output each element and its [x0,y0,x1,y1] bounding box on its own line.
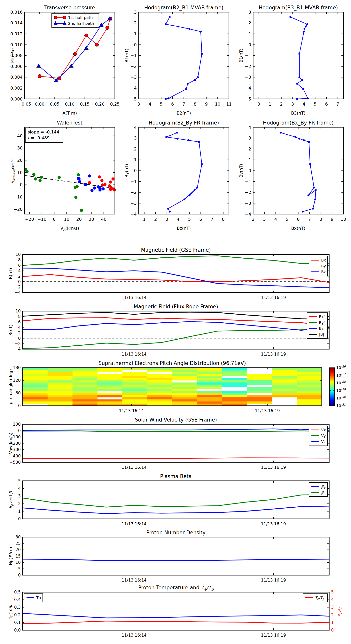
svg-text:By(nT): By(nT) [239,164,244,178]
svg-text:4: 4 [303,102,305,106]
svg-text:−10: −10 [14,194,23,200]
svg-text:0.006: 0.006 [10,64,23,69]
svg-text:B1(nT): B1(nT) [239,48,244,62]
svg-text:Bx': Bx' [319,314,325,319]
svg-text:2: 2 [331,612,334,617]
svg-text:30: 30 [17,146,23,150]
svg-text:3: 3 [134,136,137,140]
svg-text:10-28: 10-28 [336,380,346,385]
svg-text:Bz': Bz' [319,326,325,330]
svg-text:−20: −20 [14,207,23,212]
svg-text:5: 5 [314,102,317,106]
svg-text:7: 7 [211,217,213,222]
svg-text:B1(nT): B1(nT) [124,48,129,62]
svg-text:10-30: 10-30 [336,396,346,400]
svg-text:7: 7 [336,102,339,106]
svg-text:10: 10 [64,217,69,222]
svg-text:120: 120 [13,378,21,383]
svg-text:0: 0 [134,42,137,47]
svg-text:5: 5 [331,590,334,594]
svg-text:−1: −1 [245,179,251,184]
svg-text:Suprathermal Electrons Pitch A: Suprathermal Electrons Pitch Angle Distr… [98,360,246,366]
svg-text:−5: −5 [130,96,137,102]
svg-text:−2: −2 [130,64,137,69]
svg-text:4: 4 [274,217,277,222]
svg-text:5: 5 [18,478,21,483]
svg-text:20: 20 [76,217,82,222]
svg-text:20: 20 [15,548,21,552]
svg-text:−5: −5 [245,96,251,102]
svg-text:0: 0 [18,516,21,521]
svg-text:0.002: 0.002 [10,86,23,90]
svg-text:pitch angle (deg): pitch angle (deg) [8,369,13,404]
svg-text:3: 3 [137,102,140,106]
svg-text:B3(nT): B3(nT) [291,111,306,116]
svg-text:10: 10 [15,252,21,257]
svg-text:7: 7 [183,102,185,106]
svg-text:0.1: 0.1 [14,620,21,625]
svg-text:Vx: Vx [321,428,326,432]
svg-text:−2: −2 [15,341,21,346]
svg-text:3: 3 [18,494,21,498]
svg-text:25: 25 [15,541,21,546]
svg-text:0: 0 [20,182,23,187]
chart-hodogram-bx-by: 2345678910−4−3−2−101234Hodogram(Bx_By FR… [238,117,349,231]
svg-text:0: 0 [248,42,251,47]
svg-text:0: 0 [18,404,21,408]
svg-text:20: 20 [17,158,23,163]
svg-text:11/13 16:19: 11/13 16:19 [261,522,286,526]
svg-text:15: 15 [15,554,21,558]
svg-text:β: β [321,490,324,494]
svg-text:0.25: 0.25 [110,102,120,106]
svg-text:B2(nT): B2(nT) [177,111,191,116]
svg-text:3: 3 [331,605,334,610]
svg-text:30: 30 [88,217,94,222]
svg-text:1: 1 [18,509,21,514]
svg-text:4: 4 [149,102,151,106]
svg-text:Proton Temperature and Te/Tp: Proton Temperature and Te/Tp [138,585,214,591]
svg-text:9: 9 [331,217,334,222]
svg-text:11/13 16:19: 11/13 16:19 [255,408,280,413]
svg-text:5: 5 [286,217,288,222]
svg-text:Bx: Bx [321,258,326,262]
svg-text:6: 6 [171,102,174,106]
svg-text:−1: −1 [130,179,137,184]
svg-text:11/13 16:14: 11/13 16:14 [122,352,147,356]
svg-text:180: 180 [13,365,21,370]
svg-text:Hodogram(Bz_By FR frame): Hodogram(Bz_By FR frame) [149,120,219,126]
flux-rope-analysis-figure: −0.050.000.050.100.150.200.250.0000.0020… [0,0,351,644]
svg-text:11/13 16:14: 11/13 16:14 [122,465,147,470]
svg-text:Hodogram(B2_B1 MVAB frame): Hodogram(B2_B1 MVAB frame) [144,5,223,10]
svg-text:4: 4 [248,125,251,130]
svg-text:−10: −10 [37,217,46,222]
svg-text:−2: −2 [245,64,251,69]
svg-text:0: 0 [18,573,21,578]
svg-text:4: 4 [331,597,334,602]
svg-text:−3: −3 [130,201,137,206]
svg-text:−4: −4 [130,86,137,90]
svg-text:Transverse pressure: Transverse pressure [44,5,95,10]
svg-text:0.15: 0.15 [80,102,89,106]
svg-text:4: 4 [18,325,21,330]
chart-transverse-pressure: −0.050.000.050.100.150.200.250.0000.0020… [10,2,120,116]
svg-text:Vy: Vy [321,434,326,438]
svg-text:6: 6 [297,217,300,222]
svg-text:8: 8 [18,314,21,319]
svg-text:WalenTest: WalenTest [57,120,82,126]
svg-text:10: 10 [15,560,21,565]
svg-text:0.2: 0.2 [14,612,21,617]
svg-text:−3: −3 [245,75,251,80]
svg-text:11/13 16:14: 11/13 16:14 [122,633,147,638]
svg-text:10: 10 [17,170,23,175]
svg-text:−20: −20 [25,217,34,222]
svg-text:0: 0 [331,628,334,632]
svg-text:0.004: 0.004 [10,75,23,80]
svg-text:1: 1 [248,32,251,36]
svg-text:0.20: 0.20 [95,102,104,106]
svg-text:Tp: Tp [36,596,41,600]
svg-text:3: 3 [134,10,137,15]
svg-text:1: 1 [248,158,251,162]
svg-text:Hodogram(B3_B1 MVAB frame): Hodogram(B3_B1 MVAB frame) [259,5,338,10]
svg-text:11/13 16:19: 11/13 16:19 [261,465,286,470]
svg-text:r = -0.489: r = -0.489 [28,136,49,140]
